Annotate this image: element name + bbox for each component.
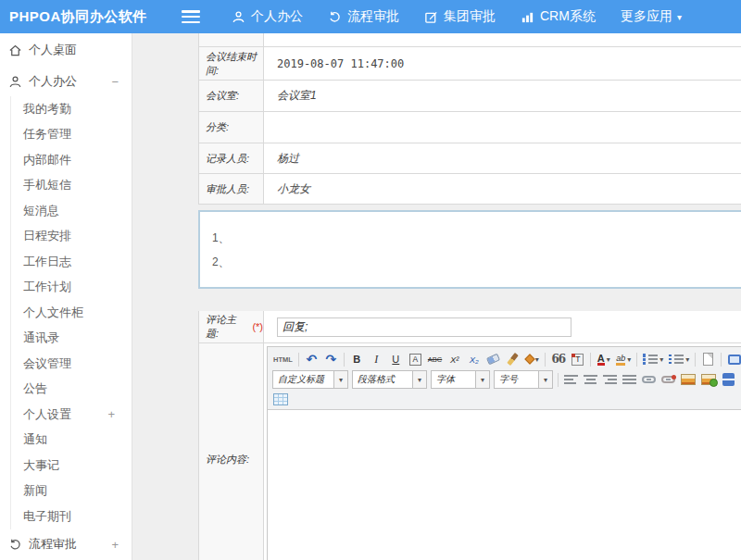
field-value xyxy=(264,311,741,342)
fill-color-button[interactable]: ▾ xyxy=(523,350,541,368)
align-justify-button[interactable] xyxy=(621,370,638,389)
underline-button[interactable]: U xyxy=(387,350,405,368)
nav-personal-office[interactable]: 个人办公 xyxy=(232,8,303,25)
table-row-category: 分类: xyxy=(199,112,741,143)
italic-button[interactable]: I xyxy=(368,350,385,368)
highlight-color-button[interactable]: ab▾ xyxy=(614,350,633,368)
field-value: 杨过 xyxy=(264,143,741,173)
field-value: HTML ↶ ↷ B I U A ABC xyxy=(264,343,741,560)
sidebar-item-announcement[interactable]: 公告 xyxy=(11,377,132,403)
align-right-button[interactable] xyxy=(601,370,619,389)
sidebar-item-work-diary[interactable]: 工作日志 xyxy=(11,249,132,275)
sidebar-item-label: 会议管理 xyxy=(23,355,71,372)
field-value: 会议室1 xyxy=(264,81,741,111)
fullscreen-button[interactable] xyxy=(725,350,741,368)
sidebar-item-notice[interactable]: 通知 xyxy=(11,428,132,454)
insert-link-button[interactable] xyxy=(640,370,658,389)
sidebar-item-work-plan[interactable]: 工作计划 xyxy=(11,275,132,301)
personal-office-submenu: 我的考勤 任务管理 内部邮件 手机短信 短消息 日程安排 工作日志 工作计划 个… xyxy=(10,96,132,529)
field-label: 分类: xyxy=(199,112,264,143)
field-label: 会议室: xyxy=(199,81,264,111)
insert-media-button[interactable] xyxy=(720,370,737,389)
sidebar-item-short-message[interactable]: 短消息 xyxy=(11,198,132,224)
align-left-button[interactable] xyxy=(562,370,580,389)
sidebar-item-label: 公告 xyxy=(23,380,47,397)
sidebar-item-label: 流程审批 xyxy=(29,536,77,553)
field-label: 记录人员: xyxy=(199,143,264,173)
sidebar-item-meeting-management[interactable]: 会议管理 xyxy=(11,351,132,377)
top-nav: 个人办公 流程审批 集团审批 CRM系统 更多应用 ▾ xyxy=(232,8,707,25)
subscript-button[interactable]: X₂ xyxy=(465,350,483,368)
sidebar-item-mobile-sms[interactable]: 手机短信 xyxy=(11,173,132,199)
chevron-down-icon: ▾ xyxy=(677,12,682,22)
unordered-list-icon xyxy=(669,354,684,365)
sidebar-item-label: 个人桌面 xyxy=(29,42,77,58)
redo-button[interactable]: ↷ xyxy=(322,350,340,368)
sidebar: 个人桌面 个人办公 − 我的考勤 任务管理 内部邮件 手机短信 短消息 日程安排… xyxy=(0,33,132,560)
sidebar-item-workflow-approval[interactable]: 流程审批 + xyxy=(0,529,132,560)
field-value: 小龙女 xyxy=(264,174,741,204)
blockquote-button[interactable]: 66 xyxy=(549,350,567,368)
upload-image-button[interactable] xyxy=(699,370,718,389)
custom-heading-select[interactable]: 自定义标题▾ xyxy=(272,370,348,389)
remove-format-button[interactable] xyxy=(484,350,502,368)
hamburger-menu-icon[interactable] xyxy=(182,10,200,23)
required-mark: (*) xyxy=(252,321,263,332)
nav-crm-system[interactable]: CRM系统 xyxy=(521,8,596,25)
font-name-icon[interactable]: A xyxy=(409,354,421,366)
new-document-button[interactable] xyxy=(699,350,717,368)
unordered-list-button[interactable]: ▾ xyxy=(667,350,691,368)
collapse-minus-icon[interactable]: − xyxy=(111,75,119,89)
expand-plus-icon[interactable]: + xyxy=(111,538,119,552)
app-window: PHPOA协同办公软件 个人办公 流程审批 集团审批 CRM系统 更多应用 ▾ xyxy=(0,0,741,560)
editor-content-area[interactable] xyxy=(268,410,741,560)
sidebar-item-personal-office[interactable]: 个人办公 − xyxy=(0,67,132,96)
rich-text-editor: HTML ↶ ↷ B I U A ABC xyxy=(267,346,741,560)
sidebar-item-personal-cabinet[interactable]: 个人文件柜 xyxy=(11,300,132,326)
sidebar-item-task-management[interactable]: 任务管理 xyxy=(11,122,132,148)
font-size-select[interactable]: 字号▾ xyxy=(494,370,553,389)
sidebar-item-news[interactable]: 新闻 xyxy=(11,479,132,504)
toolbar-separator xyxy=(721,353,722,367)
media-icon xyxy=(722,373,735,386)
paragraph-format-select[interactable]: 段落格式▾ xyxy=(352,370,427,389)
insert-image-button[interactable] xyxy=(679,370,697,389)
sidebar-item-personal-desktop[interactable]: 个人桌面 xyxy=(0,33,132,67)
sidebar-item-label: 手机短信 xyxy=(23,177,71,193)
font-family-select[interactable]: 字体▾ xyxy=(431,370,490,389)
edit-square-icon xyxy=(424,10,438,24)
sidebar-item-schedule[interactable]: 日程安排 xyxy=(11,224,132,250)
ordered-list-button[interactable]: ▾ xyxy=(641,350,665,368)
comment-subject-label: 评论主题: xyxy=(206,313,248,341)
font-color-button[interactable]: A▾ xyxy=(595,350,612,368)
align-center-button[interactable] xyxy=(582,370,599,389)
select-label: 段落格式 xyxy=(353,371,412,388)
expand-plus-icon[interactable]: + xyxy=(107,407,115,421)
sidebar-item-big-events[interactable]: 大事记 xyxy=(11,453,132,479)
select-label: 自定义标题 xyxy=(273,371,333,388)
text-frame-button[interactable]: T xyxy=(569,350,586,368)
sidebar-item-label: 通知 xyxy=(23,431,47,448)
sidebar-item-e-journal[interactable]: 电子期刊 xyxy=(11,504,132,529)
sidebar-item-my-attendance[interactable]: 我的考勤 xyxy=(11,96,132,122)
sidebar-item-personal-settings[interactable]: 个人设置+ xyxy=(11,402,132,428)
insert-table-button[interactable] xyxy=(271,390,290,408)
remove-link-button[interactable] xyxy=(659,370,677,389)
nav-workflow-approval[interactable]: 流程审批 xyxy=(328,8,399,25)
undo-button[interactable]: ↶ xyxy=(303,350,320,368)
nav-more-apps[interactable]: 更多应用 ▾ xyxy=(621,8,682,25)
field-value: 2019-08-07 11:47:00 xyxy=(264,47,741,80)
sidebar-item-contacts[interactable]: 通讯录 xyxy=(11,326,132,352)
nav-label: 集团审批 xyxy=(444,8,496,25)
nav-group-approval[interactable]: 集团审批 xyxy=(424,8,496,25)
field-label xyxy=(199,33,264,46)
comment-subject-input[interactable] xyxy=(277,317,571,337)
superscript-button[interactable]: X² xyxy=(446,350,463,368)
html-source-button[interactable]: HTML xyxy=(271,350,295,368)
sidebar-item-label: 个人办公 xyxy=(29,73,77,90)
table-row-meeting-end-time: 会议结束时间: 2019-08-07 11:47:00 xyxy=(199,47,741,81)
strikethrough-button[interactable]: ABC xyxy=(426,350,444,368)
format-brush-button[interactable] xyxy=(504,350,521,368)
sidebar-item-internal-mail[interactable]: 内部邮件 xyxy=(11,147,132,173)
bold-button[interactable]: B xyxy=(348,350,366,368)
